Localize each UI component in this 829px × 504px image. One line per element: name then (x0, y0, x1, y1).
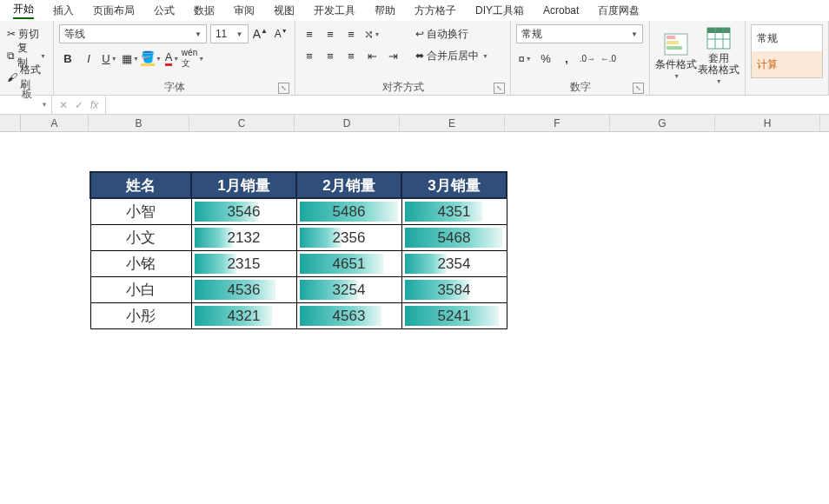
comma-button[interactable]: , (558, 50, 575, 67)
font-size-combo[interactable]: 11 ▼ (210, 24, 249, 43)
value-cell[interactable]: 4651 (296, 251, 401, 277)
orientation-button[interactable]: ⤭▼ (363, 25, 381, 43)
column-header-H[interactable]: H (715, 115, 820, 131)
column-header-A[interactable]: A (21, 115, 89, 131)
value-cell[interactable]: 5468 (401, 225, 507, 251)
align-middle-button[interactable]: ≡ (322, 25, 339, 43)
percent-button[interactable]: % (537, 50, 554, 67)
font-color-button[interactable]: A▼ (163, 50, 181, 67)
column-header-D[interactable]: D (295, 115, 400, 131)
column-header-G[interactable]: G (610, 115, 715, 131)
name-cell[interactable]: 小白 (90, 277, 191, 303)
menu-tab-8[interactable]: 帮助 (365, 1, 405, 20)
value-cell[interactable]: 5486 (296, 198, 401, 225)
menu-tab-5[interactable]: 审阅 (224, 1, 264, 20)
font-dialog-launcher[interactable]: ⤡ (278, 83, 289, 94)
align-top-button[interactable]: ≡ (301, 25, 318, 43)
value-cell[interactable]: 4321 (191, 303, 296, 329)
menu-tab-6[interactable]: 视图 (264, 1, 304, 20)
menu-tab-0[interactable]: 开始 (3, 0, 43, 21)
value-cell[interactable]: 4351 (401, 198, 507, 225)
formula-input[interactable] (106, 96, 829, 114)
fx-button[interactable]: fx (90, 99, 98, 111)
increase-decimal-button[interactable]: .0→ (579, 50, 596, 67)
increase-indent-button[interactable]: ⇥ (384, 47, 401, 64)
menu-tab-1[interactable]: 插入 (43, 1, 83, 20)
worksheet-area: ABCDEFGH 姓名1月销量2月销量3月销量 小智354654864351小文… (0, 115, 829, 488)
number-format-combo[interactable]: 常规 ▼ (516, 24, 643, 43)
align-center-button[interactable]: ≡ (322, 47, 339, 64)
align-dialog-launcher[interactable]: ⤡ (494, 83, 505, 94)
value-cell[interactable]: 3546 (191, 198, 296, 225)
align-bottom-button[interactable]: ≡ (342, 25, 360, 43)
column-header-F[interactable]: F (505, 115, 610, 131)
value-cell[interactable]: 4536 (191, 277, 296, 303)
decrease-decimal-button[interactable]: ←.0 (600, 50, 617, 67)
value-cell[interactable]: 3254 (296, 277, 401, 303)
menu-tab-7[interactable]: 开发工具 (304, 1, 365, 20)
name-cell[interactable]: 小智 (90, 198, 191, 225)
value-cell[interactable]: 4563 (296, 303, 401, 329)
scissors-icon: ✂ (7, 28, 16, 40)
italic-button[interactable]: I (80, 50, 97, 67)
font-group-label: 字体 ⤡ (59, 80, 289, 94)
align-right-button[interactable]: ≡ (342, 47, 360, 64)
select-all-corner[interactable] (0, 115, 21, 131)
confirm-entry-button[interactable]: ✓ (75, 99, 83, 111)
borders-button[interactable]: ▦▼ (122, 50, 139, 67)
chevron-down-icon: ▼ (629, 30, 640, 38)
format-painter-button[interactable]: 🖌 格式刷 (5, 68, 48, 87)
value-text: 3584 (402, 277, 507, 302)
phonetic-button[interactable]: wén文▼ (184, 50, 202, 67)
name-cell[interactable]: 小文 (90, 225, 191, 251)
worksheet-grid[interactable]: 姓名1月销量2月销量3月销量 小智354654864351小文213223565… (0, 132, 829, 488)
decrease-indent-button[interactable]: ⇤ (363, 47, 381, 64)
font-color-icon: A (165, 50, 173, 66)
wrap-text-button[interactable]: ↩ 自动换行 (414, 24, 490, 43)
number-dialog-launcher[interactable]: ⤡ (633, 83, 644, 94)
table-row: 小智354654864351 (90, 198, 507, 225)
format-as-table-button[interactable]: 套用 表格格式 ▼ (698, 24, 740, 84)
value-cell[interactable]: 5241 (401, 303, 507, 329)
table-format-icon (706, 26, 732, 50)
column-header-B[interactable]: B (89, 115, 189, 131)
value-text: 5468 (402, 225, 507, 250)
menu-tab-11[interactable]: Acrobat (534, 2, 588, 18)
menu-tab-4[interactable]: 数据 (184, 1, 224, 20)
increase-font-button[interactable]: A▲ (252, 25, 269, 43)
menu-tab-9[interactable]: 方方格子 (405, 1, 466, 20)
cancel-entry-button[interactable]: ✕ (59, 99, 68, 111)
value-cell[interactable]: 2354 (401, 251, 507, 277)
chevron-down-icon: ▼ (235, 30, 245, 38)
column-header-E[interactable]: E (400, 115, 505, 131)
menu-tab-3[interactable]: 公式 (144, 1, 184, 20)
value-text: 4563 (297, 303, 401, 328)
style-normal[interactable]: 常规 (752, 25, 822, 51)
cell-styles-gallery[interactable]: 常规 计算 (751, 24, 823, 78)
name-cell[interactable]: 小铭 (90, 251, 191, 277)
value-cell[interactable]: 3584 (401, 277, 507, 303)
menu-bar: 开始插入页面布局公式数据审阅视图开发工具帮助方方格子DIY工具箱Acrobat百… (0, 0, 829, 21)
fill-color-button[interactable]: 🪣▼ (143, 50, 160, 67)
value-cell[interactable]: 2315 (191, 251, 296, 277)
align-left-button[interactable]: ≡ (301, 47, 318, 64)
font-name-combo[interactable]: 等线 ▼ (59, 24, 207, 43)
name-cell[interactable]: 小彤 (90, 303, 191, 329)
accounting-format-button[interactable]: ¤▼ (516, 50, 534, 67)
bold-button[interactable]: B (59, 50, 76, 67)
value-cell[interactable]: 2356 (296, 225, 401, 251)
copy-icon: ⧉ (7, 50, 15, 62)
svg-rect-3 (667, 46, 682, 50)
decrease-font-button[interactable]: A▼ (272, 25, 289, 43)
menu-tab-10[interactable]: DIY工具箱 (466, 1, 534, 20)
underline-button[interactable]: U▼ (101, 50, 118, 67)
menu-tab-2[interactable]: 页面布局 (83, 1, 144, 20)
borders-icon: ▦ (122, 52, 132, 65)
chevron-down-icon: ▼ (673, 73, 680, 79)
conditional-format-button[interactable]: 条件格式 ▼ (655, 24, 698, 84)
style-calc[interactable]: 计算 (752, 51, 822, 77)
menu-tab-12[interactable]: 百度网盘 (588, 1, 649, 20)
value-cell[interactable]: 2132 (191, 225, 296, 251)
merge-center-button[interactable]: ⬌ 合并后居中 ▼ (414, 46, 490, 65)
column-header-C[interactable]: C (189, 115, 295, 131)
